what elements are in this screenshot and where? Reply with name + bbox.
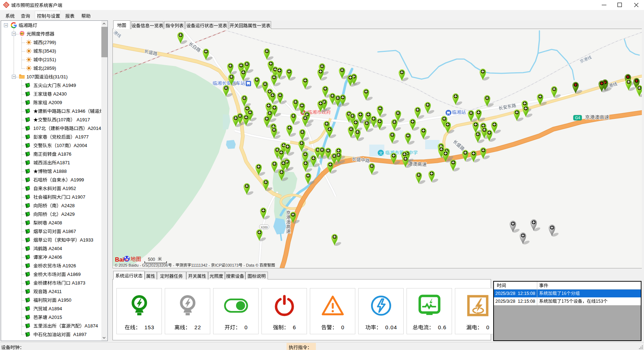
svg-text:X089: X089 xyxy=(261,225,268,229)
svg-text:Bai: Bai xyxy=(115,256,124,263)
svg-text:du: du xyxy=(125,258,129,262)
svg-text:G4: G4 xyxy=(575,116,580,120)
